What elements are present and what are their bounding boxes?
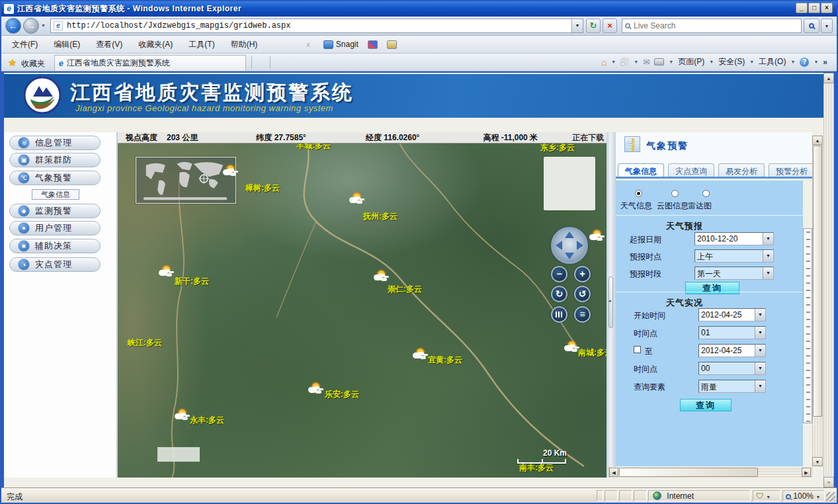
print-icon[interactable] xyxy=(654,58,664,65)
protected-mode-segment[interactable]: 🛡 ▼ xyxy=(753,490,780,501)
snagit-toolbar-button[interactable]: Snagit xyxy=(323,40,358,49)
sidebar-item-5[interactable]: ■辅助决策 xyxy=(9,239,101,253)
sidebar-item-6[interactable]: ◑灾点管理 xyxy=(9,257,101,272)
search-go-button[interactable] xyxy=(804,19,819,33)
world-overview-minimap[interactable] xyxy=(136,157,236,204)
tools-menu[interactable]: 工具(O) xyxy=(759,56,786,67)
radio-0[interactable] xyxy=(635,190,642,197)
menu-item-3[interactable]: 收藏夹(A) xyxy=(132,37,179,52)
panel-scrollbar-thumb[interactable] xyxy=(813,146,822,417)
page-menu[interactable]: 页面(P) xyxy=(678,56,704,67)
search-options-dropdown-icon[interactable]: ▼ xyxy=(821,19,833,33)
select-dropdown-icon[interactable]: ▼ xyxy=(755,309,765,321)
browser-scrollbar-track[interactable] xyxy=(823,73,834,487)
actual-select-4[interactable]: 雨量▼ xyxy=(698,380,766,393)
forecast-select-0[interactable]: 2010-12-20▼ xyxy=(694,232,774,245)
home-icon[interactable]: ⌂ xyxy=(601,57,607,67)
sidebar-item-2[interactable]: ℃气象预警 xyxy=(9,171,101,185)
stop-button[interactable]: × xyxy=(603,19,617,33)
tools-menu-dropdown-icon[interactable]: ▼ xyxy=(790,60,795,64)
radio-1[interactable] xyxy=(671,190,679,197)
browser-scroll-up-icon[interactable]: ▲ xyxy=(823,73,834,83)
select-dropdown-icon[interactable]: ▼ xyxy=(763,250,773,262)
menu-item-4[interactable]: 工具(T) xyxy=(182,37,221,52)
sidebar-item-1[interactable]: ▣群策群防 xyxy=(9,153,101,167)
select-dropdown-icon[interactable]: ▼ xyxy=(763,267,773,279)
to-checkbox[interactable] xyxy=(634,346,641,353)
tab-2[interactable]: 易发分析 xyxy=(718,163,765,179)
select-dropdown-icon[interactable]: ▼ xyxy=(763,233,773,245)
zoom-out-button[interactable]: − xyxy=(551,266,567,282)
live-search-box[interactable] xyxy=(622,19,802,33)
satellite-map[interactable]: − + ↻ ↺ ≡ 20 Km 丰城:多云东乡:多云樟树:多云抚州:多云新干:多… xyxy=(118,132,607,478)
pan-up-icon[interactable] xyxy=(565,231,574,238)
zoom-level-segment[interactable]: 100% ▼ xyxy=(782,490,825,501)
menu-item-5[interactable]: 帮助(H) xyxy=(224,37,265,52)
protected-dropdown-icon[interactable]: ▼ xyxy=(766,495,771,499)
search-input[interactable] xyxy=(630,21,801,31)
sidebar-item-0[interactable]: »信息管理 xyxy=(9,136,101,150)
actual-query-button[interactable]: 查询 xyxy=(680,399,732,411)
pan-down-icon[interactable] xyxy=(565,253,574,259)
overflow-chevron-icon[interactable]: » xyxy=(823,58,827,67)
tab-1[interactable]: 灾点查询 xyxy=(668,163,714,179)
actual-select-1[interactable]: 01▼ xyxy=(698,326,766,339)
back-button[interactable]: ← xyxy=(5,18,21,34)
snagit-capture-icon[interactable] xyxy=(387,40,397,49)
tab-3[interactable]: 预警分析 xyxy=(769,163,812,179)
url-input[interactable] xyxy=(65,21,571,31)
print-dropdown-icon[interactable]: ▼ xyxy=(669,60,673,64)
page-tab[interactable]: e 江西省地质灾害监测预警系统 xyxy=(54,55,246,71)
panel-scroll-right-icon[interactable]: ▶ xyxy=(802,468,811,477)
safety-menu-dropdown-icon[interactable]: ▼ xyxy=(749,60,754,64)
safety-menu[interactable]: 安全(S) xyxy=(718,56,745,67)
actual-select-3[interactable]: 00▼ xyxy=(698,362,766,375)
tab-0[interactable]: 气象信息 xyxy=(618,163,664,179)
compass-pan-control[interactable] xyxy=(551,227,588,264)
rss-icon[interactable] xyxy=(620,58,629,66)
actual-select-2[interactable]: 2012-04-25▼ xyxy=(698,344,766,357)
menu-item-2[interactable]: 查看(V) xyxy=(89,37,129,52)
panel-splitter[interactable] xyxy=(607,132,616,478)
rotate-ccw-button[interactable]: ↺ xyxy=(574,286,591,302)
zoom-in-button[interactable]: + xyxy=(574,266,591,282)
layers-button[interactable]: ≡ xyxy=(574,306,591,323)
panel-scroll-up-icon[interactable]: ▲ xyxy=(812,136,823,145)
zoom-dropdown-icon[interactable]: ▼ xyxy=(816,495,820,499)
select-dropdown-icon[interactable]: ▼ xyxy=(755,380,765,392)
favorites-star-icon[interactable]: ★ xyxy=(8,57,17,69)
menu-item-1[interactable]: 编辑(E) xyxy=(47,37,87,52)
splitter-collapse-handle[interactable] xyxy=(608,276,613,328)
select-dropdown-icon[interactable]: ▼ xyxy=(755,327,765,339)
address-dropdown-icon[interactable]: ▼ xyxy=(571,19,583,32)
resize-grip[interactable] xyxy=(826,492,835,501)
panel-scroll-down-icon[interactable]: ▼ xyxy=(812,457,823,466)
favorites-label[interactable]: 收藏夹 xyxy=(21,58,45,69)
history-dropdown-icon[interactable]: ▼ xyxy=(41,23,46,28)
page-menu-dropdown-icon[interactable]: ▼ xyxy=(709,60,714,64)
help-icon[interactable]: ? xyxy=(800,58,809,67)
radio-2[interactable] xyxy=(702,190,710,197)
pan-left-icon[interactable] xyxy=(556,241,562,250)
help-dropdown-icon[interactable]: ▼ xyxy=(814,60,818,64)
sidebar-item-3[interactable]: ◆监测预警 xyxy=(9,204,101,218)
select-dropdown-icon[interactable]: ▼ xyxy=(755,362,765,374)
sidebar-item-4[interactable]: ●用户管理 xyxy=(9,221,101,235)
select-dropdown-icon[interactable]: ▼ xyxy=(755,345,765,357)
snagit-profile-icon[interactable] xyxy=(368,40,378,49)
rss-dropdown-icon[interactable]: ▼ xyxy=(634,60,638,64)
forecast-select-2[interactable]: 第一天▼ xyxy=(694,267,774,280)
forecast-select-1[interactable]: 上午▼ xyxy=(694,249,774,263)
actual-select-0[interactable]: 2012-04-25▼ xyxy=(698,308,766,321)
home-dropdown-icon[interactable]: ▼ xyxy=(611,60,616,64)
maximize-button[interactable]: □ xyxy=(808,3,820,13)
address-field[interactable]: e ▼ xyxy=(50,19,583,33)
rotate-cw-button[interactable]: ↻ xyxy=(551,286,567,302)
minimize-button[interactable]: _ xyxy=(796,3,808,13)
speed-bars-button[interactable] xyxy=(551,306,567,323)
mail-icon[interactable]: ✉ xyxy=(643,58,649,67)
pan-right-icon[interactable] xyxy=(577,241,583,250)
browser-scroll-down-icon[interactable]: ▼ xyxy=(823,477,834,487)
menu-item-0[interactable]: 文件(F) xyxy=(5,37,44,52)
panel-scroll-left-icon[interactable]: ◀ xyxy=(609,468,618,477)
